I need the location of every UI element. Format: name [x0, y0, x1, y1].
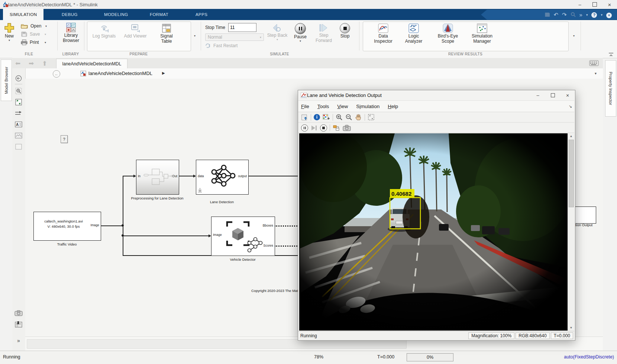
nav-forward-icon[interactable]: ⬅︎ — [29, 59, 34, 67]
maximize-icon[interactable] — [587, 0, 602, 9]
tab-debug[interactable]: DEBUG — [55, 9, 84, 20]
solver-info[interactable]: auto(FixedStepDiscrete) — [564, 354, 614, 360]
help-annotation[interactable]: ? — [61, 135, 68, 143]
viewer-pause-icon[interactable] — [301, 124, 308, 131]
logic-analyzer-button[interactable]: Logic Analyzer — [401, 23, 426, 44]
dock-icon[interactable]: ↘ — [569, 104, 572, 109]
ribbon-options-icon[interactable]: ▾ — [606, 12, 612, 18]
zoom-tool-icon[interactable] — [14, 87, 23, 95]
fit-to-view-icon[interactable] — [14, 98, 23, 106]
area-box-icon[interactable] — [14, 143, 23, 151]
download-badge-icon — [198, 188, 202, 193]
annotations-icon[interactable]: » — [579, 12, 582, 17]
print-caret-icon[interactable]: ▾ — [45, 41, 46, 44]
expand-palette-icon[interactable]: » — [14, 337, 23, 345]
keyboard-icon[interactable] — [589, 60, 599, 66]
pause-button[interactable]: Pause ▾ — [291, 23, 310, 43]
collapse-ribbon-icon[interactable] — [607, 52, 615, 57]
breadcrumb-back-icon[interactable]: ← — [53, 70, 60, 78]
tab-modeling[interactable]: MODELING — [97, 9, 135, 20]
minimize-icon[interactable]: – — [572, 0, 587, 9]
nav-up-icon[interactable]: ⬅︎ — [41, 61, 49, 66]
highlight-in-model-icon[interactable] — [333, 124, 340, 131]
step-back-button[interactable]: Step Back ▾ — [267, 23, 288, 41]
screenshot-icon[interactable] — [14, 309, 23, 317]
hide-browser-icon[interactable] — [14, 74, 23, 82]
pixel-region-icon[interactable] — [323, 114, 330, 121]
model-browser-tab[interactable]: Model Browser — [1, 59, 12, 101]
menu-simulation[interactable]: Simulation — [356, 104, 379, 109]
vehicle-detector-block[interactable]: Image Bboxes Scores — [211, 217, 275, 256]
step-back-caret-icon[interactable]: ▾ — [277, 38, 278, 41]
search-icon[interactable] — [571, 12, 576, 18]
menu-tools[interactable]: Tools — [317, 104, 329, 109]
scroll-down-icon[interactable]: ▼ — [568, 325, 574, 331]
annotation-icon[interactable]: A — [14, 120, 23, 129]
add-viewer-button[interactable]: Add Viewer — [123, 23, 147, 39]
breadcrumb[interactable]: laneAndVehicleDetectionMDL — [88, 71, 152, 76]
nav-back-icon[interactable]: ⬅︎ — [15, 59, 20, 67]
birds-eye-scope-button[interactable]: Bird's-Eye Scope — [434, 23, 462, 44]
signal-table-icon — [161, 23, 172, 33]
viewer-scrollbar[interactable]: ▲ ▼ — [568, 133, 574, 331]
open-button[interactable]: Open▾ — [21, 23, 47, 29]
property-inspector-tab[interactable]: Property Inspector — [605, 60, 616, 117]
prepare-more-icon[interactable]: ▾ — [192, 33, 198, 39]
video-info-icon[interactable]: i — [314, 114, 320, 120]
library-browser-button[interactable]: Library Browser — [59, 22, 83, 43]
pause-caret-icon[interactable]: ▾ — [300, 39, 301, 43]
simulation-manager-button[interactable]: Simulation Manager — [468, 23, 497, 44]
preprocessing-block[interactable]: In Out — [136, 160, 179, 195]
open-caret-icon[interactable]: ▾ — [45, 25, 47, 28]
zoom-out-icon[interactable] — [345, 114, 352, 121]
zoom-in-icon[interactable] — [336, 114, 343, 121]
new-button[interactable]: New ▾ — [4, 22, 15, 42]
save-button[interactable]: Save▾ — [21, 31, 47, 37]
model-tab[interactable]: laneAndVehicleDetectionMDL — [56, 59, 127, 69]
breadcrumb-dropdown-icon[interactable]: ▾ — [595, 71, 597, 75]
new-caret-icon[interactable]: ▾ — [9, 39, 10, 42]
pan-icon[interactable] — [355, 114, 362, 121]
stop-button[interactable]: Stop — [337, 23, 353, 39]
subsystem-badge-icon[interactable] — [14, 320, 23, 328]
traffic-video-block[interactable]: caltech_washington1.avi V: 480x640, 30.0… — [33, 212, 101, 241]
menu-view[interactable]: View — [337, 104, 348, 109]
tab-format[interactable]: FORMAT — [143, 9, 175, 20]
close-icon[interactable]: × — [602, 0, 617, 9]
breadcrumb-expand-icon[interactable]: ▶ — [162, 71, 165, 75]
save-caret-icon[interactable]: ▾ — [45, 33, 46, 36]
annotations-caret-icon[interactable]: ▾ — [586, 13, 588, 17]
stop-time-input[interactable] — [228, 23, 256, 32]
viewer-minimize-icon[interactable]: – — [530, 91, 545, 100]
review-more-icon[interactable]: ▾ — [571, 33, 577, 39]
print-button[interactable]: Print▾ — [21, 39, 47, 45]
viewer-step-icon[interactable] — [311, 125, 317, 131]
lane-detection-block[interactable]: data output — [196, 160, 249, 195]
viewer-maximize-icon[interactable] — [545, 91, 560, 100]
viewer-close-icon[interactable]: × — [560, 91, 575, 100]
scrollbar-thumb[interactable] — [569, 140, 574, 207]
scroll-up-icon[interactable]: ▲ — [568, 133, 574, 139]
viewer-stop-icon[interactable] — [320, 124, 327, 131]
sim-mode-select[interactable]: Normal▾ — [205, 33, 264, 41]
redo-icon[interactable]: ↷ — [562, 12, 567, 17]
step-forward-button[interactable]: Step Forward — [313, 23, 335, 43]
viewer-snapshot-icon[interactable] — [343, 125, 351, 131]
tab-apps[interactable]: APPS — [189, 9, 214, 20]
help-icon[interactable]: ? — [591, 12, 597, 18]
signal-table-button[interactable]: Signal Table — [155, 23, 178, 44]
export-frame-icon[interactable] — [301, 114, 308, 121]
menu-file[interactable]: File — [301, 104, 309, 109]
undo-icon[interactable]: ↶ — [553, 12, 558, 17]
log-signals-button[interactable]: Log Signals — [92, 23, 116, 39]
image-annotation-icon[interactable] — [14, 131, 23, 140]
viewer-title-bar[interactable]: Lane and Vehicle Detection Output – × — [298, 90, 575, 100]
menu-help[interactable]: Help — [388, 104, 398, 109]
fast-restart-button[interactable]: Fast Restart — [205, 43, 238, 48]
signal-routing-icon[interactable] — [14, 109, 23, 117]
help-caret-icon[interactable]: ▾ — [601, 13, 603, 17]
quick-save-icon[interactable] — [545, 12, 550, 17]
maximize-video-icon[interactable] — [368, 114, 375, 121]
data-inspector-button[interactable]: Data Inspector — [370, 23, 396, 44]
tab-simulation[interactable]: SIMULATION — [3, 9, 43, 20]
